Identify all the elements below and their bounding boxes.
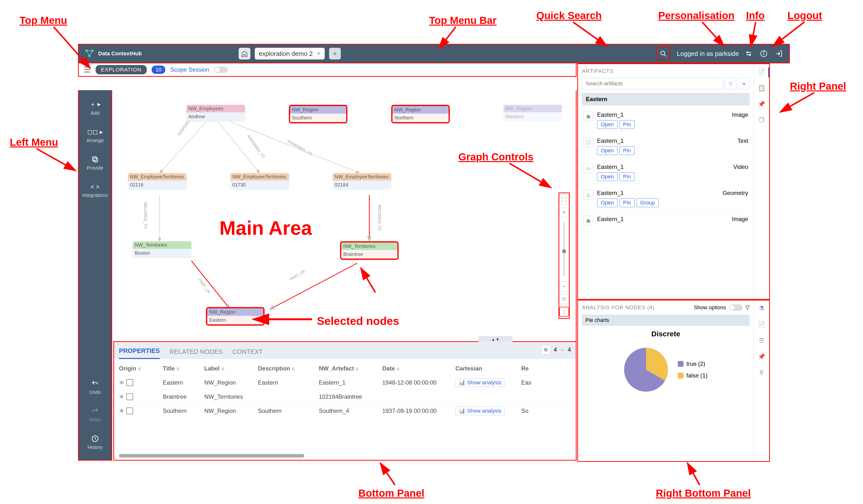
main-graph-area[interactable]: ASSIGNED_TO ASSIGNED_TO ASSIGNED_TO BELO… [113, 90, 577, 341]
pin-button[interactable]: Pin [620, 198, 635, 207]
info-button[interactable] [759, 48, 769, 59]
more-options-button[interactable]: ⋮ [559, 307, 569, 317]
side-tab-analysis[interactable]: ⚗ [757, 304, 766, 313]
side-tab-document[interactable]: 📄 [757, 320, 766, 329]
graph-node-employee[interactable]: NW_Employees Andrew [187, 105, 245, 121]
personalisation-button[interactable] [743, 48, 754, 59]
left-menu-add[interactable]: ＋ ▸ Add [89, 100, 101, 116]
left-menu-arrange[interactable]: ◻◻ ▸ Arrange [86, 128, 104, 143]
sliders-icon [745, 50, 752, 57]
graph-node-region-eastern[interactable]: NW_Region Eastern [206, 307, 264, 326]
home-button[interactable] [239, 48, 250, 60]
pin-button[interactable]: Pin [620, 120, 635, 129]
artifact-item[interactable]: ▭ Eastern_1Video OpenPin [582, 161, 750, 184]
show-options-toggle[interactable] [729, 304, 742, 311]
tab-related-nodes[interactable]: RELATED NODES [170, 344, 223, 359]
graph-icon: ⚛ [119, 407, 124, 414]
table-row[interactable]: ⚛ Braintree NW_Territories 102184Braintr… [119, 390, 571, 404]
pin-button[interactable]: Pin [620, 146, 635, 155]
open-button[interactable]: Open [597, 120, 617, 129]
svg-line-6 [37, 149, 76, 171]
artifact-item[interactable]: ▣ Eastern_1Image [582, 213, 750, 228]
search-icon [660, 50, 667, 57]
zoom-in-button[interactable]: + [559, 207, 569, 217]
node-type: NW_EmployeeTerritories [128, 173, 187, 180]
close-icon[interactable]: ✕ [317, 51, 321, 56]
th-title[interactable]: Title⇅ [163, 365, 204, 372]
settings-button[interactable]: ⚙ [541, 345, 550, 354]
side-tab-clipboard[interactable]: 📋 [757, 84, 766, 92]
selected-count-right: 4 [568, 346, 571, 353]
svg-point-23 [747, 52, 748, 53]
scope-toggle[interactable] [214, 66, 228, 73]
node-type: NW_Region [207, 308, 263, 316]
left-menu-integrations[interactable]: < > Integrations [83, 183, 108, 198]
graph-node-et3[interactable]: NW_EmployeeTerritories 02184 [333, 173, 391, 189]
open-button[interactable]: Open [597, 172, 617, 181]
left-menu-undo[interactable]: Undo [89, 380, 101, 395]
left-menu-provide[interactable]: Provide [87, 155, 103, 171]
left-menu-redo[interactable]: Redo [89, 407, 101, 423]
pin-button[interactable]: Pin [620, 172, 635, 181]
th-origin[interactable]: Origin⇅ [119, 365, 163, 372]
show-options-label: Show options [694, 304, 726, 311]
selected-count-left: 4 [554, 346, 557, 353]
group-button[interactable]: Group [637, 198, 659, 207]
scope-session-link[interactable]: Scope Session [170, 66, 209, 73]
th-artefact[interactable]: NW_Artefact⇅ [319, 365, 382, 372]
filter-icon[interactable]: ▽ [746, 304, 750, 311]
table-row[interactable]: ⚛ Eastern NW_Region Eastern Eastern_1 19… [119, 376, 571, 390]
cell-title: Southern [163, 407, 204, 414]
tab-context[interactable]: CONTEXT [232, 344, 263, 359]
annotation-personalisation: Personalisation [658, 10, 735, 22]
hamburger-button[interactable]: ☰ [84, 65, 91, 74]
left-menu-history[interactable]: History [88, 435, 103, 450]
zoom-slider[interactable] [564, 223, 565, 276]
cell-title: Eastern [163, 379, 204, 386]
side-tab-document[interactable]: 📄 [757, 67, 766, 76]
graph-node-territory-braintree[interactable]: NW_Territories Braintree [340, 241, 399, 260]
graph-node-et2[interactable]: NW_EmployeeTerritories 01730 [230, 173, 289, 189]
side-tab-copy[interactable]: ❐ [757, 116, 766, 125]
graph-node-region-southern[interactable]: NW_Region Southern [289, 105, 347, 123]
artifact-item[interactable]: ▣ Eastern_1Image OpenPin [582, 109, 750, 131]
logout-button[interactable] [774, 48, 784, 59]
side-tab-pin[interactable]: 📌 [757, 352, 766, 361]
zoom-out-button[interactable]: − [559, 281, 569, 291]
graph-node-et1[interactable]: NW_EmployeeTerritories 02116 [128, 173, 187, 189]
graph-node-territory-boston[interactable]: NW_Territories Boston [133, 241, 191, 257]
side-tab-pin[interactable]: 📌 [757, 100, 766, 109]
layers-button[interactable]: ≋ [738, 78, 750, 89]
quick-search-button[interactable] [656, 47, 670, 61]
open-button[interactable]: Open [597, 146, 617, 155]
artifact-item[interactable]: ◬ Eastern_1Geometry OpenPinGroup [582, 187, 750, 210]
artifacts-search-input[interactable] [582, 78, 723, 89]
side-tab-share[interactable]: ⚲ [757, 368, 766, 377]
th-label[interactable]: Label⇅ [204, 365, 258, 372]
left-menu-label: Integrations [83, 192, 108, 198]
panel-collapse-handle[interactable]: ▴▾ [478, 336, 512, 342]
document-tab[interactable]: exploration demo 2 ✕ [255, 48, 324, 60]
svg-line-38 [270, 263, 357, 310]
show-analysis-button[interactable]: 📊Show analysis [455, 406, 505, 415]
artifact-item[interactable]: 📄 Eastern_1Text OpenPin [582, 135, 750, 158]
open-button[interactable]: Open [597, 198, 617, 207]
graph-icon: ⚛ [119, 393, 124, 400]
artifact-group-header[interactable]: Eastern [582, 93, 750, 105]
share-icon: ⚲ [759, 369, 764, 376]
table-row[interactable]: ⚛ Southern NW_Region Southern Southern_4… [119, 404, 571, 418]
th-date[interactable]: Date⇅ [382, 365, 455, 372]
add-tab-button[interactable]: + [329, 48, 341, 60]
info-icon [760, 50, 767, 57]
horizontal-scrollbar[interactable] [119, 454, 304, 457]
filter-button[interactable]: ▽ [725, 78, 737, 89]
graph-node-region-western[interactable]: NW_Region Western [503, 105, 562, 121]
tab-properties[interactable]: PROPERTIES [119, 344, 160, 359]
fit-screen-button[interactable]: ⛶ [559, 195, 569, 204]
layout-button[interactable]: ⚇ [559, 294, 569, 304]
svg-line-3 [702, 22, 724, 46]
th-description[interactable]: Description⇅ [258, 365, 319, 372]
show-analysis-button[interactable]: 📊Show analysis [455, 378, 505, 387]
graph-node-region-northern[interactable]: NW_Region Northern [391, 105, 450, 123]
side-tab-list[interactable]: ☰ [757, 336, 766, 345]
